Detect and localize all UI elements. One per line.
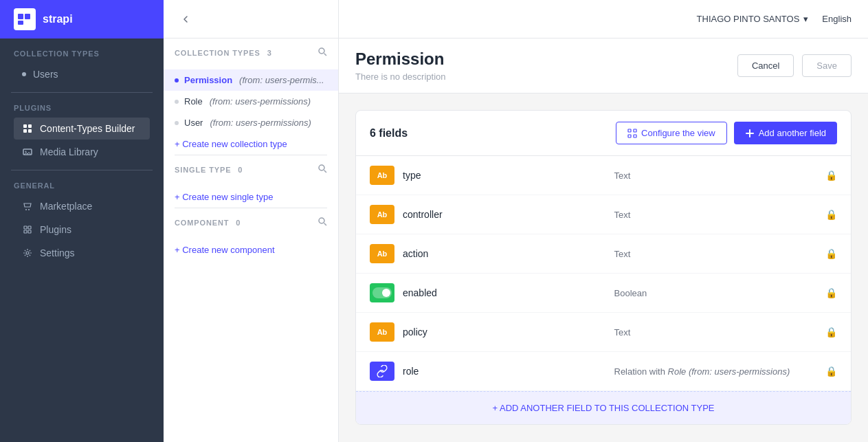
plugins-icon [22, 224, 33, 235]
media-library-label: Media Library [40, 146, 98, 157]
role-sub: (from: users-permissions) [210, 96, 311, 107]
panel-single-type-search[interactable] [318, 164, 327, 175]
language-selector[interactable]: English [822, 14, 852, 24]
field-row-enabled: enabled Boolean 🔒 [356, 274, 851, 313]
field-type-controller: Text [614, 210, 826, 220]
sidebar-general-section: GENERAL Marketplace [0, 170, 164, 271]
plugins-label: PLUGINS [14, 104, 150, 112]
svg-rect-20 [634, 129, 636, 132]
svg-rect-0 [18, 14, 23, 19]
panel-component-title: COMPONENT 0 [175, 219, 241, 227]
field-type-policy: Text [614, 327, 826, 338]
sidebar-item-media-library[interactable]: Media Library [14, 141, 150, 163]
lock-icon-controller: 🔒 [825, 209, 837, 220]
back-button[interactable] [175, 8, 197, 30]
toggle-circle [382, 289, 390, 297]
field-type-action: Text [614, 249, 826, 259]
content-types-builder-label: Content-Types Builder [40, 123, 135, 134]
svg-rect-19 [628, 129, 631, 132]
field-row-action: Ab action Text 🔒 [356, 234, 851, 274]
content-title-area: Permission There is no description [355, 49, 446, 82]
svg-point-10 [28, 209, 30, 210]
field-type-role-italic: Role (from: users-permissions) [668, 366, 790, 377]
field-name-action: action [403, 248, 614, 259]
save-button[interactable]: Save [802, 54, 852, 77]
lock-icon-type: 🔒 [825, 170, 837, 181]
plus-icon [745, 129, 755, 138]
main-body: 6 fields Configure the view [339, 93, 868, 442]
user-menu[interactable]: THIAGO PINTO SANTOS ▾ [697, 14, 809, 24]
fields-card-header: 6 fields Configure the view [356, 111, 851, 156]
sidebar-item-users[interactable]: Users [14, 63, 150, 85]
lock-icon-enabled: 🔒 [825, 287, 837, 298]
user-sub: (from: users-permissions) [210, 118, 311, 128]
field-name-controller: controller [403, 209, 614, 220]
field-badge-policy: Ab [370, 322, 394, 342]
create-collection-link[interactable]: + Create new collection type [164, 133, 338, 155]
chevron-down-icon: ▾ [803, 14, 808, 24]
sidebar-item-settings[interactable]: Settings [14, 242, 150, 264]
logo-area[interactable]: strapi [0, 0, 164, 38]
collection-item-permission[interactable]: Permission (from: users-permis... [164, 69, 338, 91]
create-single-link[interactable]: + Create new single type [164, 186, 338, 208]
collection-types-label: COLLECTION TYPES [14, 49, 150, 58]
sidebar-item-content-types-builder[interactable]: Content-Types Builder [14, 118, 150, 140]
panel-single-type-title: SINGLE TYPE 0 [175, 166, 243, 174]
add-field-bottom[interactable]: + ADD ANOTHER FIELD TO THIS COLLECTION T… [356, 391, 851, 424]
svg-rect-22 [634, 135, 636, 137]
field-badge-type: Ab [370, 166, 394, 185]
plugins-label: Plugins [40, 224, 71, 235]
svg-rect-1 [25, 14, 30, 19]
configure-view-button[interactable]: Configure the view [616, 122, 727, 144]
svg-rect-4 [28, 124, 32, 128]
logo-icon [14, 8, 36, 30]
svg-rect-14 [28, 230, 31, 233]
lock-icon-action: 🔒 [825, 248, 837, 259]
field-badge-action: Ab [370, 244, 394, 263]
permission-bullet [175, 78, 179, 82]
second-panel: COLLECTION TYPES 3 Permission (from: use… [164, 0, 339, 442]
cancel-button[interactable]: Cancel [737, 54, 794, 77]
svg-point-18 [319, 218, 324, 223]
svg-point-15 [26, 252, 29, 254]
svg-rect-3 [23, 124, 27, 128]
field-type-role: Relation with Role (from: users-permissi… [614, 366, 826, 377]
user-name: User [184, 118, 203, 128]
field-row-type: Ab type Text 🔒 [356, 156, 851, 195]
svg-point-17 [319, 165, 324, 170]
collection-item-user[interactable]: User (from: users-permissions) [164, 112, 338, 133]
svg-rect-13 [24, 230, 27, 233]
toggle-inner [372, 287, 392, 298]
panel-collection-types-search[interactable] [318, 47, 327, 58]
permission-name: Permission [184, 75, 232, 85]
svg-point-8 [25, 151, 27, 153]
field-name-role: role [403, 366, 614, 377]
field-badge-role [370, 362, 394, 381]
field-name-type: type [403, 170, 614, 181]
create-single-label: + Create new single type [175, 192, 273, 202]
marketplace-label: Marketplace [40, 201, 92, 212]
sidebar-plugins-section: PLUGINS Content-Types Builder [0, 93, 164, 170]
sidebar-item-marketplace[interactable]: Marketplace [14, 195, 150, 217]
lock-icon-policy: 🔒 [825, 327, 837, 338]
settings-icon [22, 247, 33, 258]
svg-rect-2 [18, 21, 23, 25]
users-bullet [22, 72, 26, 76]
svg-rect-5 [23, 129, 27, 133]
general-label: GENERAL [14, 181, 150, 190]
sidebar: strapi COLLECTION TYPES Users PLUGINS [0, 0, 164, 442]
create-component-link[interactable]: + Create new component [164, 239, 338, 261]
second-panel-header [164, 0, 338, 38]
users-label: Users [33, 69, 58, 80]
collection-item-role[interactable]: Role (from: users-permissions) [164, 91, 338, 112]
sidebar-item-plugins[interactable]: Plugins [14, 219, 150, 241]
field-row-role: role Relation with Role (from: users-per… [356, 352, 851, 391]
settings-label: Settings [40, 247, 75, 258]
field-name-policy: policy [403, 327, 614, 338]
logo-text: strapi [43, 13, 73, 25]
add-field-button[interactable]: Add another field [734, 122, 837, 144]
topbar: THIAGO PINTO SANTOS ▾ English [339, 0, 868, 38]
field-row-policy: Ab policy Text 🔒 [356, 313, 851, 352]
field-type-type: Text [614, 170, 826, 181]
panel-component-search[interactable] [318, 217, 327, 228]
